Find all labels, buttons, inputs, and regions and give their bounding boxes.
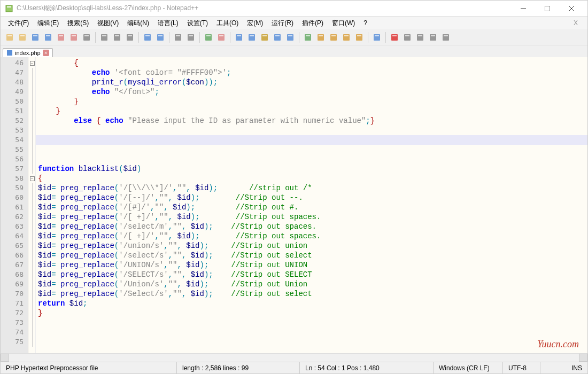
tab-index-php[interactable]: index.php × — [3, 48, 53, 57]
redo-icon[interactable] — [154, 32, 166, 43]
menu-encoding[interactable]: 编码(N) — [124, 18, 152, 29]
scroll-left-arrow[interactable] — [1, 354, 9, 362]
sync-v-icon[interactable] — [233, 32, 245, 43]
code-line[interactable]: } — [36, 97, 587, 106]
fold-marker[interactable] — [28, 145, 36, 154]
code-line[interactable]: $id= preg_replace('/Union/s',"", $id); /… — [36, 279, 587, 289]
fold-marker[interactable] — [28, 231, 36, 241]
fold-marker[interactable] — [28, 328, 36, 337]
fold-marker[interactable] — [28, 164, 36, 174]
monitor-icon[interactable] — [371, 32, 383, 43]
maximize-button[interactable] — [535, 1, 559, 16]
all-chars-icon[interactable] — [272, 32, 283, 43]
code-line[interactable]: function blacklist($id) — [36, 164, 587, 174]
paste-icon[interactable] — [124, 32, 136, 43]
stop-macro-icon[interactable] — [401, 32, 413, 43]
menu-search[interactable]: 搜索(S) — [64, 18, 92, 29]
fold-marker[interactable] — [28, 251, 36, 260]
open-file-icon[interactable] — [17, 32, 28, 43]
menu-tools[interactable]: 工具(O) — [213, 18, 242, 29]
code-line[interactable] — [36, 328, 587, 337]
fold-marker[interactable] — [28, 270, 36, 279]
fold-marker[interactable] — [28, 116, 36, 126]
minimize-button[interactable] — [511, 1, 535, 16]
zoom-in-icon[interactable] — [203, 32, 214, 43]
fold-marker[interactable] — [28, 77, 36, 87]
menu-plugins[interactable]: 插件(P) — [299, 18, 327, 29]
menu-edit[interactable]: 编辑(E) — [34, 18, 62, 29]
secondary-close-button[interactable]: X — [568, 19, 583, 27]
code-line[interactable]: $id= preg_replace('/UNION/s',"", $id); /… — [36, 260, 587, 270]
code-line[interactable]: $id= preg_replace('/select/s',"", $id); … — [36, 251, 587, 260]
close-all-icon[interactable] — [68, 32, 80, 43]
fold-marker[interactable] — [28, 289, 36, 299]
save-all-icon[interactable] — [42, 32, 54, 43]
menu-language[interactable]: 语言(L) — [154, 18, 182, 29]
code-line[interactable] — [36, 145, 587, 154]
status-insert-mode[interactable]: INS — [540, 362, 587, 373]
fold-marker[interactable]: − — [28, 58, 36, 68]
fold-marker[interactable] — [28, 279, 36, 289]
fold-marker[interactable] — [28, 97, 36, 106]
doc-list-icon[interactable] — [328, 32, 339, 43]
code-line[interactable]: print_r(mysqli_error($con)); — [36, 77, 587, 87]
code-line[interactable]: $id= preg_replace('/[ +]/',"", $id); //S… — [36, 231, 587, 241]
fold-marker[interactable] — [28, 202, 36, 212]
code-line[interactable]: echo "</font>"; — [36, 87, 587, 97]
record-macro-icon[interactable] — [389, 32, 400, 43]
horizontal-scrollbar[interactable] — [1, 353, 587, 362]
print-icon[interactable] — [81, 32, 92, 43]
sync-h-icon[interactable] — [246, 32, 258, 43]
fold-marker[interactable] — [28, 135, 36, 145]
code-line[interactable]: $id= preg_replace('/[\\/\\*]/',"", $id);… — [36, 183, 587, 193]
code-line[interactable]: } — [36, 106, 587, 116]
code-line[interactable]: echo '<font color= "#FFFF00">'; — [36, 68, 587, 77]
doc-map-icon[interactable] — [315, 32, 327, 43]
code-line[interactable]: { — [36, 174, 587, 183]
code-line[interactable] — [36, 318, 587, 328]
menu-run[interactable]: 运行(R) — [268, 18, 297, 29]
folder-tree-icon[interactable] — [353, 32, 365, 43]
menu-settings[interactable]: 设置(T) — [184, 18, 211, 29]
find-icon[interactable] — [172, 32, 184, 43]
menu-file[interactable]: 文件(F) — [5, 18, 32, 29]
play-macro-icon[interactable] — [414, 32, 426, 43]
fold-marker[interactable] — [28, 308, 36, 318]
fold-marker[interactable] — [28, 241, 36, 251]
code-line[interactable] — [36, 126, 587, 135]
close-window-button[interactable] — [559, 1, 583, 16]
wrap-icon[interactable] — [259, 32, 270, 43]
lang-icon[interactable] — [302, 32, 314, 43]
code-area[interactable]: { echo '<font color= "#FFFF00">'; print_… — [36, 57, 587, 353]
fold-marker[interactable] — [28, 260, 36, 270]
code-line[interactable]: { — [36, 58, 587, 68]
fold-marker[interactable] — [28, 337, 36, 347]
fold-marker[interactable] — [28, 222, 36, 231]
fold-marker[interactable] — [28, 318, 36, 328]
menu-help[interactable]: ? — [360, 18, 370, 28]
tab-close-icon[interactable]: × — [43, 50, 49, 56]
fold-marker[interactable]: − — [28, 174, 36, 183]
copy-icon[interactable] — [111, 32, 123, 43]
fold-marker[interactable] — [28, 87, 36, 97]
code-line[interactable]: $id= preg_replace('/[--]/',"", $id); //S… — [36, 193, 587, 202]
status-eol[interactable]: Windows (CR LF) — [434, 362, 503, 373]
code-line[interactable]: $id= preg_replace('/union/s',"", $id); /… — [36, 241, 587, 251]
fold-marker[interactable] — [28, 154, 36, 164]
new-file-icon[interactable] — [4, 32, 16, 43]
code-line[interactable] — [36, 154, 587, 164]
fold-marker[interactable] — [28, 106, 36, 116]
func-list-icon[interactable] — [341, 32, 352, 43]
code-line[interactable]: return $id; — [36, 299, 587, 308]
fold-marker[interactable] — [28, 126, 36, 135]
code-line[interactable]: $id= preg_replace('/Select/s',"", $id); … — [36, 289, 587, 299]
fold-marker[interactable] — [28, 68, 36, 77]
menu-view[interactable]: 视图(V) — [94, 18, 122, 29]
code-line[interactable] — [36, 135, 587, 145]
undo-icon[interactable] — [142, 32, 153, 43]
code-line[interactable]: } — [36, 308, 587, 318]
fold-marker[interactable] — [28, 212, 36, 222]
play-multi-icon[interactable] — [427, 32, 439, 43]
close-icon[interactable] — [55, 32, 67, 43]
scroll-right-arrow[interactable] — [579, 354, 587, 362]
